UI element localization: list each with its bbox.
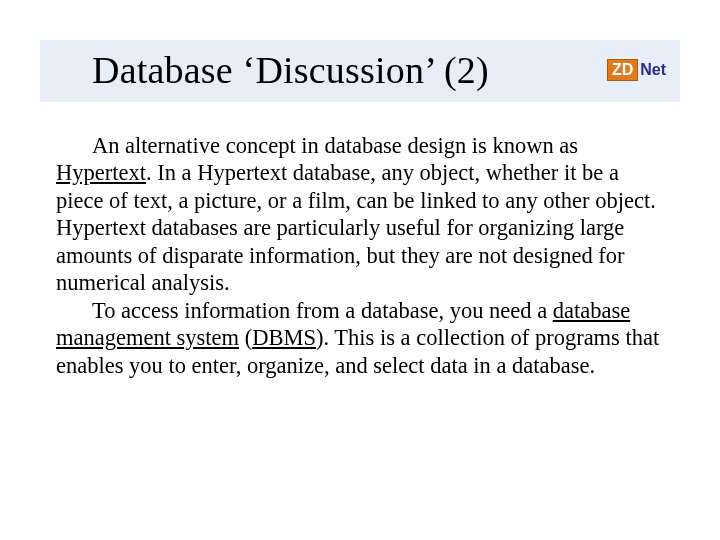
title-bar: Database ‘Discussion’ (2) ZD Net: [40, 40, 680, 102]
zdnet-logo: ZD Net: [607, 56, 666, 84]
zdnet-logo-net: Net: [640, 62, 666, 78]
paragraph-1: An alternative concept in database desig…: [56, 132, 664, 297]
paragraph-2: To access information from a database, y…: [56, 297, 664, 379]
text-run: . In a Hypertext database, any object, w…: [56, 160, 656, 295]
body-text: An alternative concept in database desig…: [56, 132, 664, 379]
slide-title: Database ‘Discussion’ (2): [92, 48, 489, 92]
text-run: To access information from a database, y…: [92, 298, 553, 323]
zdnet-logo-zd: ZD: [607, 59, 638, 81]
underline-hypertext: Hypertext: [56, 160, 146, 185]
text-run: An alternative concept in database desig…: [92, 133, 578, 158]
underline-dbms-short: DBMS: [252, 325, 316, 350]
text-run: (: [239, 325, 252, 350]
